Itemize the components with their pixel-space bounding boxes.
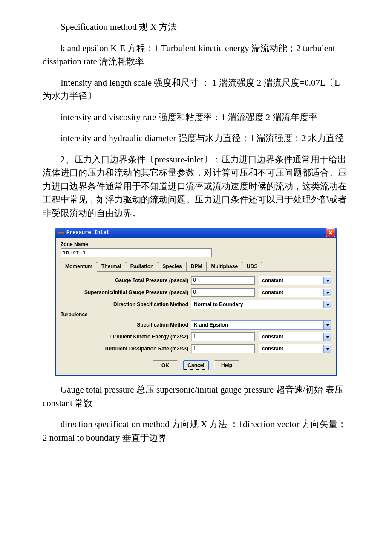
turbulent-kinetic-energy-label: Turbulent Kinetic Energy (m2/s2) [61, 334, 191, 340]
svg-rect-1 [58, 233, 64, 234]
tab-species[interactable]: Species [158, 262, 186, 271]
chevron-down-icon [323, 289, 331, 296]
dropdown-value: constant [262, 289, 283, 295]
dropdown-value: K and Epsilon [194, 322, 228, 328]
paragraph: 2、压力入口边界条件〔pressure-inlet〕：压力进口边界条件通常用于给… [43, 153, 349, 220]
help-button[interactable]: Help [214, 360, 239, 370]
direction-specification-method-label: Direction Specification Method [61, 301, 191, 307]
paragraph: intensity and hydraulic diameter 强度与水力直径… [43, 132, 349, 145]
app-icon [58, 230, 64, 236]
paragraph: k and epsilon K-E 方程：1 Turbulent kinetic… [43, 42, 349, 69]
dialog-title: Pressure Inlet [66, 230, 110, 236]
supersonic-initial-gauge-pressure-input[interactable]: 0 [191, 288, 255, 297]
tab-radiation[interactable]: Radiation [126, 262, 159, 271]
tdr-type-dropdown[interactable]: constant [259, 344, 331, 353]
chevron-down-icon [323, 277, 331, 284]
zone-name-label: Zone Name [61, 241, 331, 247]
turbulent-dissipation-rate-input[interactable]: 1 [191, 344, 255, 353]
paragraph: Gauge total pressure 总压 supersonic/initi… [43, 383, 349, 410]
paragraph: Intensity and length scale 强度和尺寸 ： 1 湍流强… [43, 76, 349, 103]
supersonic-initial-gauge-pressure-label: Supersonic/Initial Gauge Pressure (pasca… [61, 289, 191, 295]
chevron-down-icon [323, 301, 331, 308]
specification-method-label: Specification Method [61, 322, 191, 328]
ok-button[interactable]: OK [153, 360, 178, 370]
paragraph: intensity and viscosity rate 强度和粘度率：1 湍流… [43, 111, 349, 124]
chevron-down-icon [323, 345, 331, 353]
gauge-total-pressure-input[interactable]: 0 [191, 276, 255, 285]
gauge-total-pressure-type-dropdown[interactable]: constant [259, 276, 331, 285]
specification-method-dropdown[interactable]: K and Epsilon [191, 320, 331, 330]
dropdown-value: constant [262, 334, 283, 340]
zone-name-input[interactable]: inlet-1 [61, 248, 212, 257]
chevron-down-icon [323, 333, 331, 341]
tab-multiphase[interactable]: Multiphase [206, 262, 242, 271]
dropdown-value: constant [262, 278, 283, 283]
tab-bar: Momentum Thermal Radiation Species DPM M… [61, 262, 331, 272]
direction-specification-method-dropdown[interactable]: Normal to Boundary [191, 300, 331, 309]
turbulent-dissipation-rate-label: Turbulent Dissipation Rate (m2/s3) [61, 346, 191, 352]
chevron-down-icon [323, 321, 331, 329]
pressure-inlet-dialog: Pressure Inlet Zone Name inlet-1 Momentu… [55, 228, 337, 376]
cancel-button[interactable]: Cancel [183, 360, 209, 370]
tab-thermal[interactable]: Thermal [97, 262, 126, 271]
tab-uds[interactable]: UDS [242, 262, 262, 271]
dropdown-value: constant [262, 346, 283, 352]
turbulence-section-label: Turbulence [56, 312, 331, 318]
paragraph: Specification method 规 X 方法 [43, 20, 349, 34]
dropdown-value: Normal to Boundary [194, 301, 243, 307]
gauge-total-pressure-label: Gauge Total Pressure (pascal) [61, 278, 191, 283]
close-icon[interactable] [326, 228, 335, 237]
tab-dpm[interactable]: DPM [186, 262, 207, 271]
turbulent-kinetic-energy-input[interactable]: 1 [191, 332, 255, 341]
paragraph: direction specification method 方向规 X 方法 … [43, 418, 349, 445]
titlebar[interactable]: Pressure Inlet [55, 228, 337, 238]
tke-type-dropdown[interactable]: constant [259, 332, 331, 341]
supersonic-type-dropdown[interactable]: constant [259, 288, 331, 297]
tab-momentum[interactable]: Momentum [61, 262, 97, 272]
